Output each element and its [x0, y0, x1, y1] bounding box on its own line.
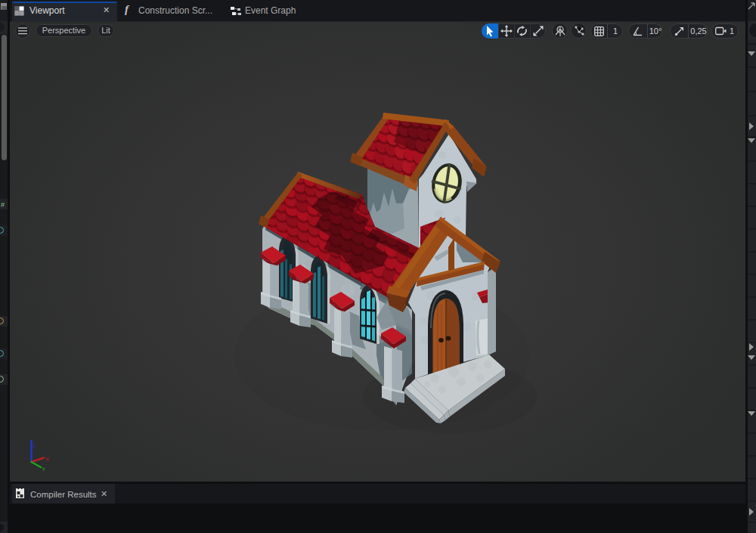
svg-text:Z: Z: [33, 442, 36, 449]
svg-text:Y: Y: [42, 466, 46, 473]
svg-text:X: X: [45, 456, 50, 463]
